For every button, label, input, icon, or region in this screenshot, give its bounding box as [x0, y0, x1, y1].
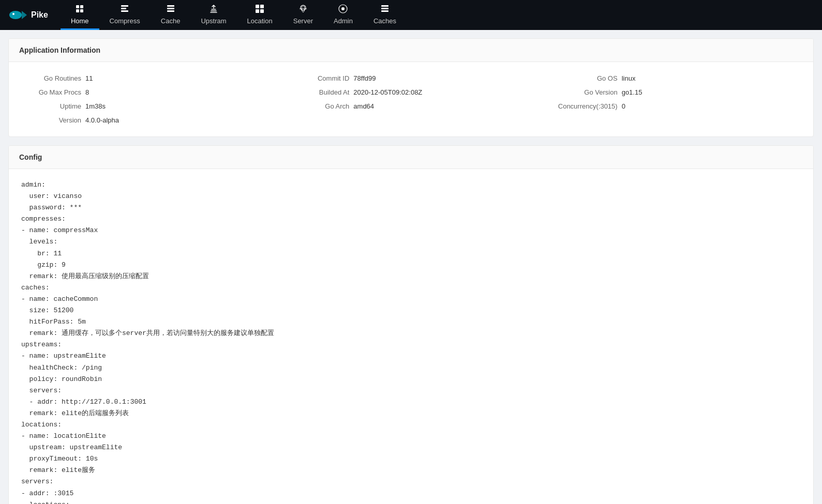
- info-grid: Go Routines 11 Go Max Procs 8 Uptime 1m3…: [19, 74, 803, 124]
- config-header: Config: [9, 146, 813, 169]
- svg-rect-3: [76, 5, 79, 8]
- svg-rect-5: [76, 9, 79, 12]
- nav-item-compress[interactable]: Compress: [99, 0, 151, 30]
- home-icon: [75, 4, 84, 15]
- svg-rect-19: [381, 8, 388, 9]
- svg-rect-12: [167, 10, 174, 12]
- config-body: admin: user: vicanso password: *** compr…: [9, 169, 813, 504]
- nav-item-upstream[interactable]: Upstram: [190, 0, 236, 30]
- info-row-goroutines: Go Routines 11: [19, 74, 266, 82]
- label-goversion: Concurrency(:3015): [556, 102, 618, 110]
- nav-item-caches[interactable]: Caches: [363, 0, 407, 30]
- label-goroutines: Go Routines: [19, 74, 81, 82]
- info-row-maxprocs: Commit ID 78ffd99: [287, 74, 534, 82]
- value-buildedat: go1.15: [622, 88, 642, 96]
- server-icon: [298, 4, 308, 15]
- logo-area: Pike: [8, 6, 48, 24]
- app-info-body: Go Routines 11 Go Max Procs 8 Uptime 1m3…: [9, 62, 813, 136]
- svg-rect-4: [80, 5, 83, 8]
- label-buildedat: Go Version: [556, 88, 618, 96]
- nav-label-upstream: Upstram: [201, 17, 226, 25]
- info-col-3: Go OS linux Go Version go1.15 Concurrenc…: [556, 74, 803, 124]
- upstream-icon: [209, 4, 218, 15]
- svg-rect-8: [121, 8, 126, 9]
- svg-rect-15: [256, 9, 259, 13]
- nav-label-compress: Compress: [110, 17, 140, 25]
- svg-rect-18: [381, 5, 388, 7]
- nav-label-caches: Caches: [373, 17, 396, 25]
- info-col-1: Go Routines 11 Go Max Procs 8 Uptime 1m3…: [19, 74, 266, 124]
- main-content: Application Information Go Routines 11 G…: [0, 30, 822, 504]
- label-maxprocs: Commit ID: [287, 74, 349, 82]
- value-goos: amd64: [353, 102, 374, 110]
- svg-rect-16: [260, 9, 264, 13]
- label-concurrency: Version: [19, 116, 81, 124]
- label-version: Go Max Procs: [19, 88, 81, 96]
- config-title: Config: [19, 153, 42, 161]
- nav-item-server[interactable]: Server: [283, 0, 323, 30]
- value-maxprocs: 78ffd99: [353, 74, 376, 82]
- nav-item-cache[interactable]: Cache: [151, 0, 191, 30]
- cache-icon: [166, 4, 175, 15]
- value-commitid: 2020-12-05T09:02:08Z: [353, 88, 422, 96]
- label-goos: Go Arch: [287, 102, 349, 110]
- info-row-goversion: Concurrency(:3015) 0: [556, 102, 803, 110]
- nav-items: Home Compress Cache Upstram Location: [61, 0, 407, 30]
- nav-item-location[interactable]: Location: [237, 0, 283, 30]
- caches-icon: [380, 4, 390, 15]
- app-info-card: Application Information Go Routines 11 G…: [8, 38, 814, 137]
- config-card: Config admin: user: vicanso password: **…: [8, 145, 814, 504]
- compress-icon: [120, 4, 129, 15]
- value-version: 8: [85, 88, 89, 96]
- navbar: Pike Home Compress Cache Upstram: [0, 0, 822, 30]
- label-uptime: Go OS: [556, 74, 618, 82]
- value-uptime: linux: [622, 74, 636, 82]
- app-info-title: Application Information: [19, 46, 100, 54]
- nav-label-cache: Cache: [161, 17, 181, 25]
- logo-icon: [8, 6, 27, 24]
- value-goversion: 0: [622, 102, 625, 110]
- label-commitid: Builded At: [287, 88, 349, 96]
- svg-rect-10: [167, 5, 174, 7]
- value-concurrency: 4.0.0-alpha: [85, 116, 119, 124]
- svg-rect-11: [167, 8, 174, 9]
- info-row-concurrency: Version 4.0.0-alpha: [19, 116, 266, 124]
- nav-item-admin[interactable]: Admin: [323, 0, 363, 30]
- svg-rect-6: [80, 9, 83, 12]
- value-goroutines: 11: [85, 74, 93, 82]
- svg-rect-14: [260, 5, 264, 8]
- svg-point-0: [9, 11, 22, 19]
- label-arch: Uptime: [19, 102, 81, 110]
- app-info-header: Application Information: [9, 39, 813, 62]
- nav-label-location: Location: [247, 17, 273, 25]
- info-row-goos: Go Arch amd64: [287, 102, 534, 110]
- nav-label-admin: Admin: [334, 17, 353, 25]
- value-arch: 1m38s: [85, 102, 106, 110]
- info-row-uptime: Go OS linux: [556, 74, 803, 82]
- svg-rect-9: [121, 10, 128, 12]
- info-row-buildedat: Go Version go1.15: [556, 88, 803, 96]
- svg-rect-20: [381, 10, 388, 12]
- svg-rect-13: [256, 5, 259, 8]
- info-col-2: Commit ID 78ffd99 Builded At 2020-12-05T…: [287, 74, 534, 124]
- svg-point-17: [341, 7, 345, 10]
- svg-point-2: [12, 13, 14, 15]
- info-row-commitid: Builded At 2020-12-05T09:02:08Z: [287, 88, 534, 96]
- svg-marker-1: [22, 11, 27, 19]
- info-row-arch: Uptime 1m38s: [19, 102, 266, 110]
- location-icon: [255, 4, 264, 15]
- info-row-version: Go Max Procs 8: [19, 88, 266, 96]
- svg-rect-7: [121, 5, 128, 7]
- app-name: Pike: [31, 10, 48, 20]
- nav-item-home[interactable]: Home: [61, 0, 99, 30]
- nav-label-server: Server: [293, 17, 313, 25]
- admin-icon: [338, 4, 348, 15]
- nav-label-home: Home: [71, 17, 89, 25]
